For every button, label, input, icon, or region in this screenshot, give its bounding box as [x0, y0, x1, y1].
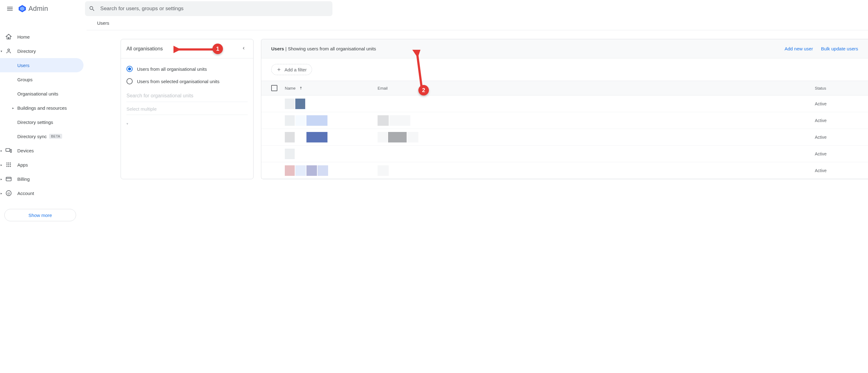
nav-home[interactable]: Home [0, 30, 84, 44]
table-row[interactable]: Active [261, 162, 868, 179]
col-status[interactable]: Status [815, 86, 826, 91]
svg-point-8 [6, 164, 8, 165]
devices-icon [5, 147, 12, 154]
nav-users-label: Users [17, 63, 29, 68]
users-header-title: Users | Showing users from all organisat… [271, 46, 376, 51]
user-name-cell [285, 115, 378, 126]
svg-point-7 [10, 163, 11, 164]
admin-logo-icon [18, 4, 27, 13]
nav-org-units[interactable]: Organisational units [0, 87, 84, 101]
svg-rect-14 [6, 177, 11, 181]
home-icon [5, 33, 12, 40]
user-status-cell: Active [815, 168, 858, 173]
nav-dir-settings-label: Directory settings [17, 120, 53, 125]
svg-point-2 [8, 49, 9, 51]
table-row[interactable]: Active [261, 112, 868, 129]
svg-point-12 [8, 166, 9, 167]
search-icon [89, 5, 95, 12]
nav-account[interactable]: ▸ @ Account [0, 186, 84, 200]
select-all-checkbox[interactable] [271, 85, 277, 91]
user-status-cell: Active [815, 135, 858, 140]
add-filter-label: Add a filter [284, 67, 307, 72]
add-new-user-button[interactable]: Add new user [784, 46, 813, 51]
table-row[interactable]: Active [261, 145, 868, 162]
users-table-body: ActiveActiveActiveActiveActive [261, 96, 868, 179]
bulk-update-users-button[interactable]: Bulk update users [821, 46, 858, 51]
svg-rect-4 [10, 149, 12, 152]
global-search[interactable] [85, 1, 333, 16]
nav-directory[interactable]: ▾ Directory [0, 44, 84, 58]
svg-point-5 [6, 163, 8, 164]
caret-right-icon: ▸ [1, 192, 2, 195]
user-name-cell [285, 99, 378, 109]
sidebar: Home ▾ Directory Users Groups Organisati… [0, 17, 87, 373]
tree-caret-icon[interactable]: ▾ [126, 122, 248, 126]
table-row[interactable]: Active [261, 129, 868, 145]
nav-billing[interactable]: ▸ Billing [0, 172, 84, 186]
select-multiple-link[interactable]: Select multiple [126, 106, 248, 115]
billing-icon [5, 175, 12, 182]
user-email-cell [378, 165, 815, 176]
brand-name: Admin [28, 5, 48, 13]
nav-dir-sync[interactable]: Directory sync BETA [0, 129, 84, 143]
user-name-cell [285, 149, 378, 159]
user-status-cell: Active [815, 101, 858, 106]
svg-point-9 [8, 164, 9, 165]
account-icon: @ [5, 190, 12, 197]
user-status-cell: Active [815, 118, 858, 123]
caret-right-icon: ▸ [1, 177, 2, 181]
nav-apps-label: Apps [17, 162, 28, 168]
nav-devices-label: Devices [17, 148, 34, 153]
svg-rect-3 [6, 149, 10, 151]
user-name-cell [285, 165, 378, 176]
nav-org-units-label: Organisational units [17, 91, 58, 96]
page-tabs: Users [87, 17, 868, 30]
show-more-button[interactable]: Show more [4, 209, 76, 221]
user-email-cell [378, 115, 815, 126]
org-unit-search[interactable]: Search for organisational units [126, 93, 248, 102]
users-panel: Users | Showing users from all organisat… [261, 39, 868, 179]
nav-devices[interactable]: ▸ Devices [0, 143, 84, 158]
chevron-left-icon [242, 46, 246, 50]
radio-icon [126, 78, 133, 84]
caret-down-icon: ▾ [1, 49, 2, 53]
svg-rect-19 [301, 88, 301, 89]
user-email-cell [378, 132, 815, 142]
tab-users[interactable]: Users [97, 17, 109, 30]
caret-right-icon: ▸ [12, 106, 14, 110]
nav-directory-label: Directory [17, 48, 36, 54]
col-email[interactable]: Email [378, 86, 388, 91]
search-input[interactable] [100, 6, 329, 12]
radio-all-org-units[interactable]: Users from all organisational units [126, 63, 248, 75]
nav-billing-label: Billing [17, 176, 30, 182]
show-more-label: Show more [28, 213, 52, 218]
radio-selected-org-units[interactable]: Users from selected organisational units [126, 75, 248, 88]
radio-all-label: Users from all organisational units [137, 66, 207, 72]
nav-dir-settings[interactable]: Directory settings [0, 115, 84, 129]
radio-icon [126, 66, 133, 72]
hamburger-menu[interactable] [4, 2, 16, 15]
table-row[interactable]: Active [261, 96, 868, 112]
sort-asc-icon [299, 86, 303, 90]
nav-buildings-label: Buildings and resources [17, 105, 67, 111]
caret-right-icon: ▸ [1, 149, 2, 152]
org-unit-panel: All organisations Users from all organis… [121, 39, 254, 179]
nav-home-label: Home [17, 34, 30, 40]
add-filter-chip[interactable]: Add a filter [271, 64, 312, 75]
svg-point-13 [10, 166, 11, 167]
person-icon [5, 47, 12, 55]
nav-apps[interactable]: ▸ Apps [0, 158, 84, 172]
nav-buildings[interactable]: ▸ Buildings and resources [0, 101, 84, 115]
caret-right-icon: ▸ [1, 163, 2, 167]
collapse-panel-button[interactable] [242, 46, 248, 51]
nav-users[interactable]: Users [0, 58, 84, 72]
nav-groups[interactable]: Groups [0, 72, 84, 87]
menu-icon [6, 5, 13, 12]
radio-selected-label: Users from selected organisational units [137, 79, 220, 84]
svg-point-6 [8, 163, 9, 164]
col-name[interactable]: Name [285, 86, 296, 91]
user-status-cell: Active [815, 151, 858, 156]
svg-text:@: @ [7, 192, 10, 195]
svg-point-11 [6, 166, 8, 167]
nav-account-label: Account [17, 191, 34, 196]
